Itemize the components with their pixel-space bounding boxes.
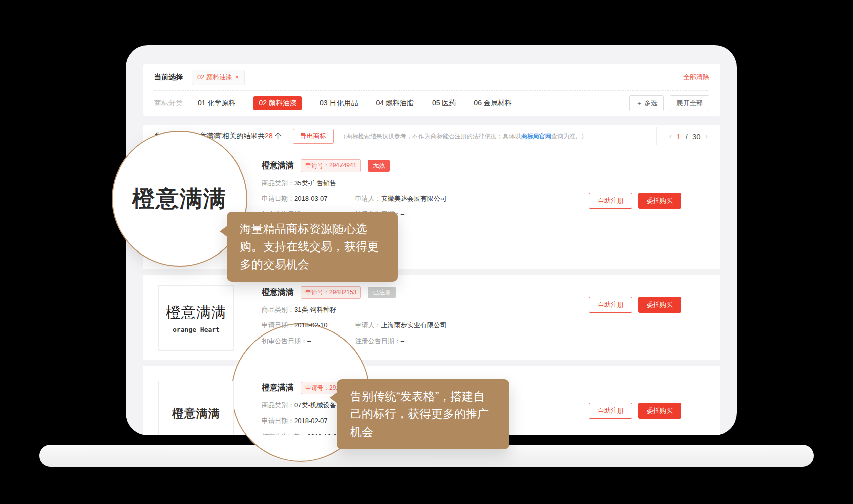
export-trademark-button[interactable]: 导出商标 [293,129,334,144]
disclaimer-text: （商标检索结果仅供参考，不作为商标能否注册的法律依据；具体以商标局官网查询为准。… [340,132,587,141]
trademark-image: 橙意满满 orange Heart [158,285,234,351]
tag-close-icon[interactable]: × [235,73,239,81]
applicant-value: 上海雨步实业有限公司 [381,321,447,329]
trademark-image: 橙意满满 [158,381,234,435]
category-tools: ＋ 多选 展开全部 [629,95,709,111]
status-badge: 无效 [368,160,390,172]
status-badge: 已注册 [368,287,396,298]
category-item-02-selected[interactable]: 02 颜料油漆 [253,96,301,110]
first-announce-label: 初审公告日期： [262,433,307,435]
category-value: 31类-饲料种籽 [294,306,336,313]
entrust-buy-button[interactable]: 委托购买 [638,297,681,313]
multi-select-button[interactable]: ＋ 多选 [629,95,664,111]
first-announce-value: – [307,337,311,345]
page-separator: / [686,132,688,141]
expand-all-button[interactable]: 展开全部 [670,95,709,111]
applicant-label: 申请人： [355,195,381,202]
applicant-value: 安徽美达会展有限公司 [381,195,447,202]
app-no-value: 29482153 [329,289,356,296]
prev-page-button[interactable]: ‹ [669,132,672,141]
application-number-tag: 申请号：29482153 [301,286,361,299]
category-item-04[interactable]: 04 燃料油脂 [376,99,413,108]
current-selection-row: 当前选择 02 颜料油漆 × 全部清除 [143,64,720,90]
application-number-tag: 申请号：29474941 [301,159,361,172]
promo-canvas: 当前选择 02 颜料油漆 × 全部清除 商标分类 01 化学原料 02 颜料油漆… [0,0,853,504]
summary-suffix: 个 [273,132,282,140]
category-label: 商品类别： [262,179,294,187]
promo-tooltip-1: 海量精品商标资源随心选购。支持在线交易，获得更多的交易机会 [227,212,398,282]
entrust-buy-button[interactable]: 委托购买 [638,403,681,419]
category-item-01[interactable]: 01 化学原料 [198,99,235,108]
selected-filter-tag[interactable]: 02 颜料油漆 × [192,70,245,85]
self-register-button[interactable]: 自助注册 [589,403,632,419]
trademark-row: 橙意满满 orange Heart 橙意满满 申请号：29482153 已注册 … [143,275,720,360]
category-label: 商品类别： [262,306,294,313]
apply-date-value: 2018-03-07 [294,195,328,202]
apply-date-value: 2018-02-10 [294,321,328,329]
row-actions: 自助注册 委托购买 [589,403,681,419]
pagination: ‹ 1 / 30 › [656,127,720,145]
app-no-label: 申请号： [305,162,329,169]
apply-date-value: 2018-02-07 [294,417,328,425]
total-pages: 30 [692,132,701,141]
magnified-trademark-text: 橙意满满 [132,184,227,214]
entrust-buy-button[interactable]: 委托购买 [638,193,681,209]
trademark-name: 橙意满满 [262,160,294,171]
trademark-name: 橙意满满 [262,383,294,393]
app-no-value: 29474941 [329,162,356,169]
category-label: 商品类别： [262,401,294,409]
category-item-05[interactable]: 05 医药 [432,99,456,108]
current-page: 1 [676,132,680,141]
trademark-image-subtext: orange Heart [173,326,220,333]
trademark-office-link[interactable]: 商标局官网 [521,133,551,140]
trademark-image-text: 橙意满满 [166,303,226,323]
filter-panel: 当前选择 02 颜料油漆 × 全部清除 商标分类 01 化学原料 02 颜料油漆… [143,64,720,116]
reg-announce-label: 注册公告日期： [355,337,401,345]
applicant-label: 申请人： [355,321,381,329]
category-item-06[interactable]: 06 金属材料 [474,99,511,108]
category-row-label: 商标分类 [154,99,183,108]
current-selection-label: 当前选择 [154,73,183,82]
app-no-label: 申请号： [305,384,329,391]
results-header: 为您检索到“橙意满满”相关的结果共28 个 导出商标 （商标检索结果仅供参考，不… [143,125,720,148]
self-register-button[interactable]: 自助注册 [589,297,632,313]
category-row: 商标分类 01 化学原料 02 颜料油漆 03 日化用品 04 燃料油脂 05 … [143,91,720,116]
first-announce-value: 2018-10-06 [307,433,341,435]
trademark-name: 橙意满满 [262,287,294,298]
apply-date-label: 申请日期： [262,321,294,329]
apply-date-label: 申请日期： [262,417,294,425]
reg-announce-value: – [401,337,404,345]
promo-tooltip-2: 告别传统“发表格”，搭建自己的标行，获得更多的推广机会 [337,379,509,449]
trademark-image-text: 橙意满满 [172,406,220,422]
selected-filter-tag-label: 02 颜料油漆 [197,73,232,82]
results-count: 28 [265,132,273,140]
trademark-info: 橙意满满 申请号：29482153 已注册 商品类别：31类-饲料种籽 申请日期… [262,285,447,360]
reg-announce-value: – [401,210,404,218]
app-no-label: 申请号： [305,289,329,296]
next-page-button[interactable]: › [705,132,708,141]
self-register-button[interactable]: 自助注册 [589,193,632,209]
first-announce-label: 初审公告日期： [262,337,307,345]
apply-date-label: 申请日期： [262,195,294,202]
clear-all-button[interactable]: 全部清除 [683,73,709,82]
row-actions: 自助注册 委托购买 [589,193,681,209]
row-actions: 自助注册 委托购买 [589,297,681,313]
disclaimer-part2: 查询为准。） [551,133,587,140]
category-value: 35类-广告销售 [294,179,336,187]
disclaimer-part1: （商标检索结果仅供参考，不作为商标能否注册的法律依据；具体以 [340,133,521,140]
category-item-03[interactable]: 03 日化用品 [320,99,358,108]
